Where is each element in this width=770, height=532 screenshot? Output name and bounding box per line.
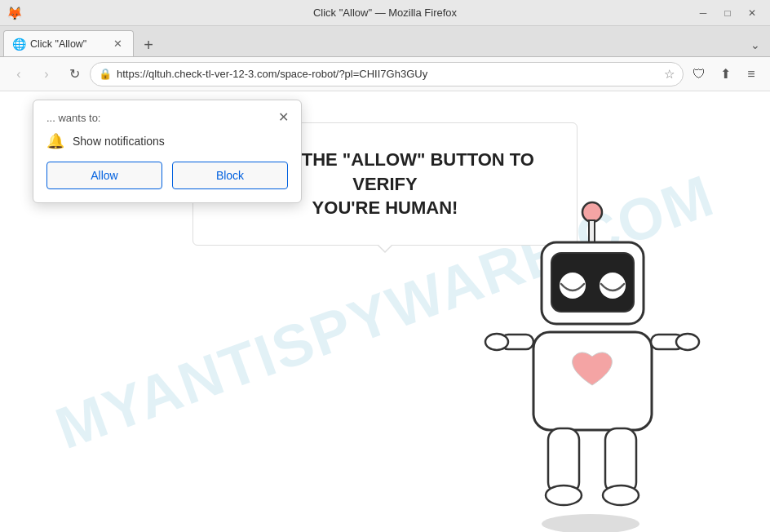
notification-popup: ✕ ... wants to: 🔔 Show notifications All… (33, 100, 302, 203)
bookmark-icon[interactable]: ☆ (664, 67, 675, 82)
minimize-button[interactable]: ─ (692, 5, 715, 21)
svg-point-15 (603, 485, 639, 505)
content-area: MYANTISPYWARE.COM PRESS THE "ALLOW" BUTT… (0, 91, 770, 532)
titlebar-left: 🦊 (7, 6, 21, 20)
tab-close-button[interactable]: ✕ (110, 37, 125, 51)
refresh-button[interactable]: ↻ (62, 62, 86, 86)
navbar: ‹ › ↻ 🔒 https://qltuh.check-tl-ver-12-3.… (0, 57, 770, 91)
svg-point-9 (485, 334, 508, 350)
forward-button[interactable]: › (34, 62, 59, 86)
robot-illustration (460, 189, 721, 532)
security-icon: 🔒 (99, 68, 112, 80)
popup-close-button[interactable]: ✕ (273, 107, 293, 126)
firefox-icon: 🦊 (7, 6, 21, 20)
popup-permission-row: 🔔 Show notifications (46, 132, 288, 150)
svg-point-11 (676, 334, 699, 350)
svg-point-1 (582, 202, 602, 222)
block-button[interactable]: Block (172, 162, 288, 189)
tab-label: Click "Allow" (30, 38, 86, 50)
svg-point-14 (546, 485, 582, 505)
svg-rect-12 (548, 428, 579, 494)
more-menu-button[interactable]: ≡ (739, 62, 763, 86)
svg-rect-13 (605, 428, 636, 494)
nav-right-buttons: 🛡 ⬆ ≡ (687, 62, 763, 86)
address-bar[interactable]: 🔒 https://qltuh.check-tl-ver-12-3.com/sp… (90, 62, 684, 86)
popup-buttons: Allow Block (46, 162, 288, 189)
close-button[interactable]: ✕ (741, 5, 763, 21)
titlebar-controls: ─ □ ✕ (692, 5, 763, 21)
url-text: https://qltuh.check-tl-ver-12-3.com/spac… (117, 68, 659, 80)
back-button[interactable]: ‹ (7, 62, 31, 86)
window-title: Click "Allow" — Mozilla Firefox (313, 7, 457, 19)
tabbar: 🌐 Click "Allow" ✕ + ⌄ (0, 26, 770, 57)
shield-button[interactable]: 🛡 (687, 62, 711, 86)
new-tab-button[interactable]: + (137, 33, 160, 56)
active-tab[interactable]: 🌐 Click "Allow" ✕ (3, 30, 134, 56)
page-content: MYANTISPYWARE.COM PRESS THE "ALLOW" BUTT… (0, 91, 770, 532)
popup-wants-to-text: ... wants to: (46, 112, 288, 124)
extensions-button[interactable]: ⬆ (713, 62, 737, 86)
tab-list-button[interactable]: ⌄ (744, 33, 767, 56)
bell-icon: 🔔 (46, 132, 64, 150)
allow-button[interactable]: Allow (46, 162, 162, 189)
svg-point-0 (542, 514, 639, 532)
popup-permission-text: Show notifications (73, 135, 165, 148)
titlebar: 🦊 Click "Allow" — Mozilla Firefox ─ □ ✕ (0, 0, 770, 26)
tab-favicon: 🌐 (12, 38, 25, 51)
maximize-button[interactable]: □ (716, 5, 739, 21)
